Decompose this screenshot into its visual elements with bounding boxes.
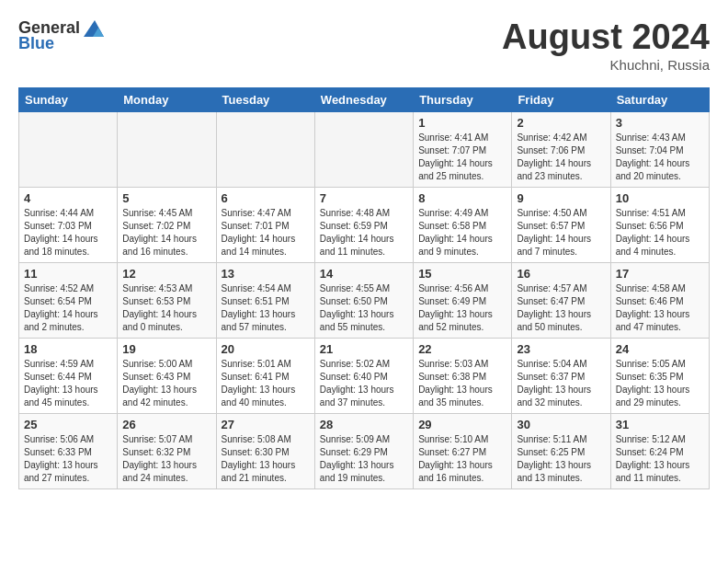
- calendar-cell: [118, 111, 216, 187]
- day-info: Sunrise: 5:01 AM Sunset: 6:41 PM Dayligh…: [222, 358, 310, 409]
- day-info: Sunrise: 4:44 AM Sunset: 7:03 PM Dayligh…: [24, 207, 112, 259]
- calendar-cell: 12Sunrise: 4:53 AM Sunset: 6:53 PM Dayli…: [118, 262, 216, 338]
- day-number: 31: [616, 418, 704, 431]
- day-info: Sunrise: 4:48 AM Sunset: 6:59 PM Dayligh…: [320, 207, 408, 259]
- page-header: General Blue August 2024 Khuchni, Russia: [18, 18, 710, 73]
- day-number: 20: [222, 342, 310, 356]
- day-info: Sunrise: 5:09 AM Sunset: 6:29 PM Dayligh…: [320, 433, 408, 485]
- day-info: Sunrise: 4:42 AM Sunset: 7:06 PM Dayligh…: [517, 132, 605, 183]
- day-number: 15: [418, 267, 506, 281]
- logo: General Blue: [18, 18, 104, 53]
- calendar-week-row: 25Sunrise: 5:06 AM Sunset: 6:33 PM Dayli…: [19, 413, 710, 488]
- day-number: 2: [517, 116, 605, 130]
- day-info: Sunrise: 4:57 AM Sunset: 6:47 PM Dayligh…: [517, 282, 605, 334]
- day-number: 11: [24, 267, 112, 281]
- weekday-header: Tuesday: [216, 87, 314, 111]
- calendar-cell: [216, 111, 314, 187]
- calendar-cell: 11Sunrise: 4:52 AM Sunset: 6:54 PM Dayli…: [19, 262, 118, 338]
- day-number: 30: [517, 418, 605, 431]
- day-number: 18: [24, 342, 112, 356]
- weekday-header: Saturday: [610, 87, 709, 111]
- day-info: Sunrise: 5:05 AM Sunset: 6:35 PM Dayligh…: [616, 358, 704, 409]
- day-number: 26: [122, 418, 210, 431]
- day-info: Sunrise: 5:02 AM Sunset: 6:40 PM Dayligh…: [320, 358, 408, 409]
- calendar-week-row: 18Sunrise: 4:59 AM Sunset: 6:44 PM Dayli…: [19, 338, 710, 413]
- day-info: Sunrise: 4:53 AM Sunset: 6:53 PM Dayligh…: [122, 282, 210, 334]
- calendar-cell: [19, 111, 118, 187]
- day-number: 14: [320, 267, 408, 281]
- day-info: Sunrise: 4:54 AM Sunset: 6:51 PM Dayligh…: [222, 282, 310, 334]
- day-number: 5: [122, 191, 210, 205]
- day-number: 13: [222, 267, 310, 281]
- day-number: 12: [122, 267, 210, 281]
- calendar-cell: 10Sunrise: 4:51 AM Sunset: 6:56 PM Dayli…: [610, 187, 709, 262]
- calendar-cell: 18Sunrise: 4:59 AM Sunset: 6:44 PM Dayli…: [19, 338, 118, 413]
- calendar-cell: 9Sunrise: 4:50 AM Sunset: 6:57 PM Daylig…: [512, 187, 610, 262]
- title-area: August 2024 Khuchni, Russia: [502, 18, 710, 73]
- day-number: 10: [616, 191, 704, 205]
- calendar-cell: 14Sunrise: 4:55 AM Sunset: 6:50 PM Dayli…: [314, 262, 413, 338]
- calendar-week-row: 4Sunrise: 4:44 AM Sunset: 7:03 PM Daylig…: [19, 187, 710, 262]
- calendar-week-row: 11Sunrise: 4:52 AM Sunset: 6:54 PM Dayli…: [19, 262, 710, 338]
- day-number: 3: [616, 116, 704, 130]
- calendar-cell: 7Sunrise: 4:48 AM Sunset: 6:59 PM Daylig…: [314, 187, 413, 262]
- calendar-cell: 6Sunrise: 4:47 AM Sunset: 7:01 PM Daylig…: [216, 187, 314, 262]
- calendar-cell: 4Sunrise: 4:44 AM Sunset: 7:03 PM Daylig…: [19, 187, 118, 262]
- logo-icon: [84, 20, 104, 37]
- day-info: Sunrise: 4:52 AM Sunset: 6:54 PM Dayligh…: [24, 282, 112, 334]
- calendar-cell: 21Sunrise: 5:02 AM Sunset: 6:40 PM Dayli…: [314, 338, 413, 413]
- calendar-cell: 27Sunrise: 5:08 AM Sunset: 6:30 PM Dayli…: [216, 413, 314, 488]
- day-number: 28: [320, 418, 408, 431]
- day-info: Sunrise: 4:58 AM Sunset: 6:46 PM Dayligh…: [616, 282, 704, 334]
- day-number: 4: [24, 191, 112, 205]
- calendar-cell: 30Sunrise: 5:11 AM Sunset: 6:25 PM Dayli…: [512, 413, 610, 488]
- calendar-cell: 25Sunrise: 5:06 AM Sunset: 6:33 PM Dayli…: [19, 413, 118, 488]
- weekday-header: Sunday: [19, 87, 118, 111]
- day-info: Sunrise: 5:10 AM Sunset: 6:27 PM Dayligh…: [418, 433, 506, 485]
- day-info: Sunrise: 5:07 AM Sunset: 6:32 PM Dayligh…: [122, 433, 210, 485]
- day-number: 9: [517, 191, 605, 205]
- calendar-cell: 3Sunrise: 4:43 AM Sunset: 7:04 PM Daylig…: [610, 111, 709, 187]
- day-number: 7: [320, 191, 408, 205]
- day-number: 23: [517, 342, 605, 356]
- day-info: Sunrise: 4:59 AM Sunset: 6:44 PM Dayligh…: [24, 358, 112, 409]
- day-info: Sunrise: 4:55 AM Sunset: 6:50 PM Dayligh…: [320, 282, 408, 334]
- day-info: Sunrise: 4:56 AM Sunset: 6:49 PM Dayligh…: [418, 282, 506, 334]
- day-info: Sunrise: 4:45 AM Sunset: 7:02 PM Dayligh…: [122, 207, 210, 259]
- calendar-cell: 13Sunrise: 4:54 AM Sunset: 6:51 PM Dayli…: [216, 262, 314, 338]
- day-number: 21: [320, 342, 408, 356]
- calendar-cell: 8Sunrise: 4:49 AM Sunset: 6:58 PM Daylig…: [414, 187, 512, 262]
- day-number: 29: [418, 418, 506, 431]
- calendar-cell: 31Sunrise: 5:12 AM Sunset: 6:24 PM Dayli…: [610, 413, 709, 488]
- weekday-header: Friday: [512, 87, 610, 111]
- calendar-cell: 24Sunrise: 5:05 AM Sunset: 6:35 PM Dayli…: [610, 338, 709, 413]
- day-info: Sunrise: 4:49 AM Sunset: 6:58 PM Dayligh…: [418, 207, 506, 259]
- day-number: 27: [222, 418, 310, 431]
- logo-blue: Blue: [18, 34, 54, 53]
- day-info: Sunrise: 4:41 AM Sunset: 7:07 PM Dayligh…: [418, 132, 506, 183]
- day-info: Sunrise: 5:08 AM Sunset: 6:30 PM Dayligh…: [222, 433, 310, 485]
- calendar-cell: [314, 111, 413, 187]
- day-info: Sunrise: 5:12 AM Sunset: 6:24 PM Dayligh…: [616, 433, 704, 485]
- calendar-cell: 26Sunrise: 5:07 AM Sunset: 6:32 PM Dayli…: [118, 413, 216, 488]
- day-number: 22: [418, 342, 506, 356]
- calendar-table: SundayMondayTuesdayWednesdayThursdayFrid…: [18, 87, 710, 489]
- day-number: 24: [616, 342, 704, 356]
- day-info: Sunrise: 5:11 AM Sunset: 6:25 PM Dayligh…: [517, 433, 605, 485]
- calendar-cell: 22Sunrise: 5:03 AM Sunset: 6:38 PM Dayli…: [414, 338, 512, 413]
- weekday-header: Wednesday: [314, 87, 413, 111]
- day-number: 17: [616, 267, 704, 281]
- day-number: 6: [222, 191, 310, 205]
- calendar-week-row: 1Sunrise: 4:41 AM Sunset: 7:07 PM Daylig…: [19, 111, 710, 187]
- calendar-cell: 16Sunrise: 4:57 AM Sunset: 6:47 PM Dayli…: [512, 262, 610, 338]
- day-info: Sunrise: 5:00 AM Sunset: 6:43 PM Dayligh…: [122, 358, 210, 409]
- calendar-cell: 5Sunrise: 4:45 AM Sunset: 7:02 PM Daylig…: [118, 187, 216, 262]
- day-info: Sunrise: 5:06 AM Sunset: 6:33 PM Dayligh…: [24, 433, 112, 485]
- day-info: Sunrise: 4:43 AM Sunset: 7:04 PM Dayligh…: [616, 132, 704, 183]
- weekday-header: Monday: [118, 87, 216, 111]
- calendar-cell: 15Sunrise: 4:56 AM Sunset: 6:49 PM Dayli…: [414, 262, 512, 338]
- calendar-cell: 2Sunrise: 4:42 AM Sunset: 7:06 PM Daylig…: [512, 111, 610, 187]
- day-info: Sunrise: 4:51 AM Sunset: 6:56 PM Dayligh…: [616, 207, 704, 259]
- day-number: 1: [418, 116, 506, 130]
- calendar-header-row: SundayMondayTuesdayWednesdayThursdayFrid…: [19, 87, 710, 111]
